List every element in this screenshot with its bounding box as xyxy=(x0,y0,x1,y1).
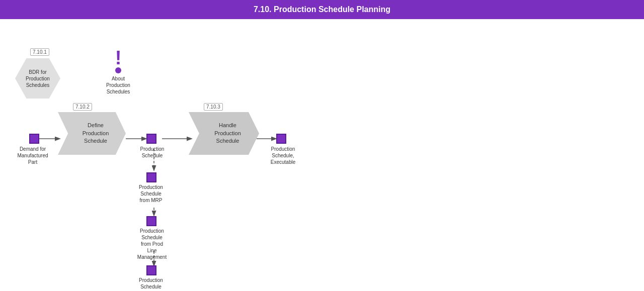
bdr-label: BDR for ProductionSchedules xyxy=(18,69,58,88)
prod-schedule-prodmgmt-box xyxy=(146,216,156,226)
about-label: AboutProductionSchedules xyxy=(98,75,138,95)
prod-schedule-exec-box xyxy=(276,134,286,144)
prod-schedule-label: ProductionSchedule xyxy=(133,146,171,159)
handle-version: 7.10.3 xyxy=(204,103,223,111)
bdr-hex: BDR for ProductionSchedules xyxy=(15,58,60,99)
about-node[interactable]: ! AboutProductionSchedules xyxy=(98,48,138,95)
bdr-node[interactable]: 7.10.1 BDR for ProductionSchedules xyxy=(15,47,60,99)
prod-schedule-mrp-label: ProductionSchedulefrom MRP xyxy=(128,184,174,204)
define-version: 7.10.2 xyxy=(73,103,92,111)
bdr-version: 7.10.1 xyxy=(30,48,49,56)
diagram-area: 7.10.1 BDR for ProductionSchedules ! Abo… xyxy=(0,19,644,289)
prod-schedule-box xyxy=(146,134,156,144)
prod-schedule-kanban-label: ProductionSchedulefrom Kanban xyxy=(128,277,174,291)
define-label: DefineProductionSchedule xyxy=(75,122,109,145)
handle-label: HandleProductionSchedule xyxy=(207,122,241,145)
prod-schedule-prodmgmt-label: ProductionSchedulefrom ProdLineManagemen… xyxy=(127,228,177,260)
prod-schedule-mrp-box xyxy=(146,172,156,182)
prod-schedule-kanban-box xyxy=(146,265,156,275)
prod-schedule-exec-label: ProductionSchedule,Executable xyxy=(262,146,304,165)
header-title: 7.10. Production Schedule Planning xyxy=(254,5,390,14)
define-chevron: DefineProductionSchedule xyxy=(58,112,126,155)
handle-chevron: HandleProductionSchedule xyxy=(189,112,259,155)
demand-box xyxy=(29,134,39,144)
exclamation-icon: ! xyxy=(98,48,138,67)
demand-label: Demand forManufacturedPart xyxy=(10,146,55,165)
header: 7.10. Production Schedule Planning xyxy=(0,0,644,19)
